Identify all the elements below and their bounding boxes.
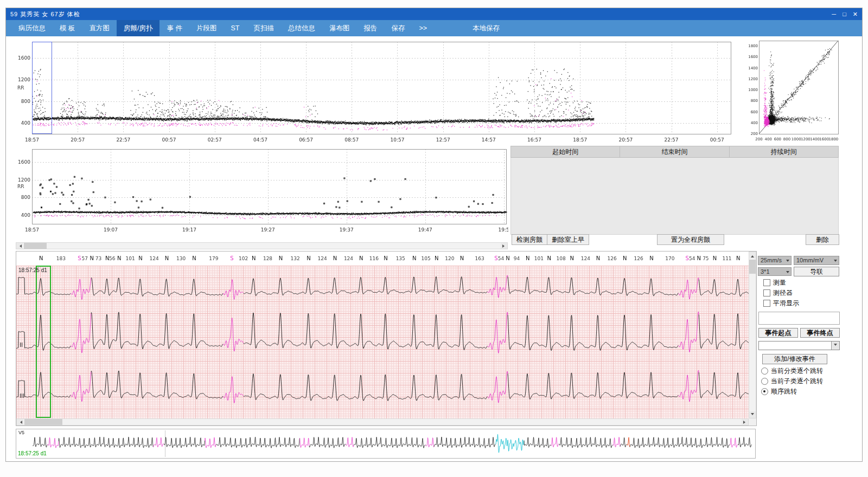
event-type-combobox[interactable] [758,341,840,350]
strip-lead-label: V5 [18,430,24,435]
detect-af-button[interactable]: 检测房颤 [512,234,547,245]
rr-trend-chart[interactable] [16,37,733,146]
checkbox-icon[interactable] [763,289,770,296]
toolbar-item-0[interactable]: 病历信息 [11,20,53,36]
full-disclosure-strip[interactable]: V5 18:57:25 d1 [16,429,756,459]
checkbox-row-1[interactable]: 测径器 [763,288,799,298]
poincare-plot[interactable] [745,37,841,145]
ecg-vscroll-thumb[interactable] [749,260,756,274]
lead-label-ii: II [20,341,23,348]
rr-zoom-hscroll-thumb[interactable] [24,243,47,249]
window-title: 59 莫秀英 女 67岁 体检 [10,10,80,18]
selected-beat-box[interactable] [36,266,51,418]
col-end-time[interactable]: 结束时间 [620,146,729,158]
chevron-down-icon [786,260,789,263]
scroll-left-icon[interactable] [17,419,23,425]
delete-sve-button[interactable]: 删除室上早 [547,234,589,245]
toolbar-item-9[interactable]: 瀑布图 [322,20,357,36]
screen: 59 莫秀英 女 67岁 体检 ─ □ ✕ 病历信息模 板直方图房颤/房扑事 件… [0,0,868,477]
checkbox-icon[interactable] [763,279,770,286]
chevron-down-icon[interactable] [831,341,839,350]
af-table-header: 起始时间 结束时间 持续时间 [510,146,839,158]
ecg-vscrollbar[interactable] [749,252,756,418]
chevron-down-icon [786,271,789,275]
toolbar-item-7[interactable]: 页扫描 [246,20,281,36]
toolbar-item-12[interactable]: >> [412,20,434,36]
radio-label: 当前子类逐个跳转 [771,377,823,386]
jump-mode-radio-0[interactable]: 当前分类逐个跳转 [761,366,823,376]
display-options: 测量测径器平滑显示 [763,278,799,308]
maximize-icon[interactable]: □ [843,8,846,20]
toolbar-item-13[interactable]: 本地保存 [465,20,507,36]
toolbar-item-8[interactable]: 总结信息 [281,20,322,36]
ecg-hscroll-track[interactable] [23,419,742,425]
paper-speed-value: 25mm/s [761,257,782,263]
ecg-timestamp: 18:57:25 d1 [18,267,47,273]
event-end-button[interactable]: 事件终点 [800,328,840,338]
toolbar-item-10[interactable]: 报告 [356,20,384,36]
radio-label: 顺序跳转 [771,387,797,396]
ecg-vscroll-track[interactable] [749,259,756,411]
checkbox-icon[interactable] [763,300,770,307]
paper-speed-select[interactable]: 25mm/s [758,256,792,265]
lead-label-iii: III [20,392,24,399]
set-full-af-button[interactable]: 置为全程房颤 [657,234,724,245]
chevron-down-icon [834,260,837,263]
window-controls: ─ □ ✕ [832,8,858,20]
ecg-waveform-area[interactable] [16,266,749,418]
radio-icon[interactable] [761,388,768,395]
app-window: 59 莫秀英 女 67岁 体检 ─ □ ✕ 病历信息模 板直方图房颤/房扑事 件… [5,8,863,462]
minimize-icon[interactable]: ─ [832,8,836,20]
ecg-hscrollbar[interactable] [16,418,749,426]
scroll-up-icon[interactable] [749,252,756,259]
checkbox-label: 测径器 [773,288,793,298]
close-icon[interactable]: ✕ [853,8,858,20]
jump-mode-radio-2[interactable]: 顺序跳转 [761,386,823,397]
rr-zoom-hscroll-track[interactable] [23,243,501,249]
af-table-body[interactable] [510,158,839,235]
jump-mode-options: 当前分类逐个跳转当前子类逐个跳转顺序跳转 [761,366,823,397]
titlebar: 59 莫秀英 女 67岁 体检 ─ □ ✕ [6,8,862,20]
af-episode-table: 起始时间 结束时间 持续时间 [510,146,839,235]
toolbar-item-1[interactable]: 模 板 [53,20,82,36]
scroll-down-icon[interactable] [749,411,756,418]
checkbox-label: 测量 [773,278,786,287]
rr-zoom-hscrollbar[interactable] [16,242,508,249]
layout-value: 3*1 [761,268,770,275]
scrollbar-corner [749,418,756,426]
radio-label: 当前分类逐个跳转 [771,366,823,376]
event-start-button[interactable]: 事件起点 [758,328,798,338]
jump-mode-radio-1[interactable]: 当前子类逐个跳转 [761,376,823,386]
checkbox-row-0[interactable]: 测量 [763,278,799,288]
radio-icon[interactable] [761,368,768,375]
toolbar-item-2[interactable]: 直方图 [82,20,117,36]
toolbar-item-11[interactable]: 保存 [384,20,412,36]
layout-select[interactable]: 3*1 [758,267,792,276]
scroll-left-icon[interactable] [16,243,23,249]
strip-timestamp: 18:57:25 d1 [18,450,47,456]
beat-annotation-strip[interactable] [16,252,749,266]
toolbar-item-4[interactable]: 事 件 [159,20,189,36]
add-modify-event-button[interactable]: 添加/修改事件 [762,354,827,364]
toolbar-item-6[interactable]: ST [224,20,246,36]
rr-zoom-chart[interactable] [16,146,508,241]
toolbar-item-5[interactable]: 片段图 [189,20,224,36]
col-duration[interactable]: 持续时间 [730,146,839,158]
col-start-time[interactable]: 起始时间 [510,146,620,158]
ecg-hscroll-thumb[interactable] [24,419,62,425]
ecg-viewer: 18:57:25 d1 II III [16,251,757,426]
delete-button[interactable]: 删除 [806,234,839,245]
gain-value: 10mm/mV [796,257,824,263]
lead-button[interactable]: 导联 [794,267,839,276]
event-info-box[interactable] [758,312,840,325]
checkbox-row-2[interactable]: 平滑显示 [763,298,799,308]
strip-waveform[interactable] [16,429,755,458]
toolbar-item-3[interactable]: 房颤/房扑 [117,20,159,36]
scroll-right-icon[interactable] [501,243,507,249]
toolbar: 病历信息模 板直方图房颤/房扑事 件片段图ST页扫描总结信息瀑布图报告保存>>本… [6,20,862,36]
checkbox-label: 平滑显示 [773,299,799,308]
radio-icon[interactable] [761,378,768,385]
gain-select[interactable]: 10mm/mV [794,256,839,265]
scroll-right-icon[interactable] [742,419,748,425]
